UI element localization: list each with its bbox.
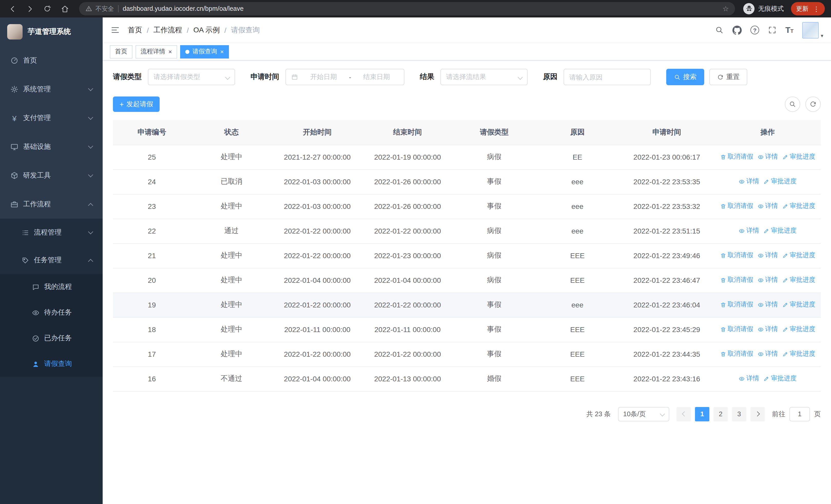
table-row: 24已取消 2022-01-03 00:00:002022-01-26 00:0… xyxy=(113,169,821,194)
chevron-down-icon xyxy=(518,75,523,80)
font-size-icon[interactable]: TT xyxy=(785,25,794,35)
reason-input[interactable] xyxy=(564,69,651,85)
sidebar-item-task-mgmt[interactable]: 任务管理 xyxy=(0,246,103,274)
leave-type-label: 请假类型 xyxy=(113,72,142,82)
approval-progress-link[interactable]: 审批进度 xyxy=(782,153,815,161)
sidebar-item-todo-tasks[interactable]: 待办任务 xyxy=(0,300,103,325)
approval-progress-link[interactable]: 审批进度 xyxy=(782,300,815,309)
calendar-icon xyxy=(291,73,298,81)
sidebar-item-infra[interactable]: 基础设施 xyxy=(0,132,103,161)
detail-link[interactable]: 详情 xyxy=(739,375,759,383)
detail-link[interactable]: 详情 xyxy=(757,325,778,334)
avatar[interactable] xyxy=(802,22,819,38)
tab-leave-query[interactable]: 请假查询 × xyxy=(180,45,229,58)
cell-actions: 取消请假详情审批进度 xyxy=(715,268,821,293)
browser-home-icon[interactable] xyxy=(58,3,71,15)
detail-link[interactable]: 详情 xyxy=(757,153,778,161)
cancel-leave-link[interactable]: 取消请假 xyxy=(720,202,753,211)
breadcrumb-oa[interactable]: OA 示例 xyxy=(194,25,220,35)
approval-progress-link[interactable]: 审批进度 xyxy=(782,276,815,285)
detail-link[interactable]: 详情 xyxy=(757,300,778,309)
leave-type-select[interactable]: 请选择请假类型 xyxy=(148,69,235,85)
approval-progress-link[interactable]: 审批进度 xyxy=(763,375,797,383)
table-row: 20处理中 2022-01-04 00:00:002022-01-04 00:0… xyxy=(113,268,821,293)
result-select[interactable]: 请选择流结果 xyxy=(440,69,528,85)
goto-page-input[interactable] xyxy=(790,407,810,421)
page-button-2[interactable]: 2 xyxy=(713,407,728,421)
tab-home[interactable]: 首页 xyxy=(110,45,133,58)
search-button[interactable]: 搜索 xyxy=(666,69,704,85)
create-leave-button[interactable]: + 发起请假 xyxy=(113,96,160,112)
trash-icon xyxy=(720,326,726,333)
detail-link[interactable]: 详情 xyxy=(739,177,759,186)
table-row: 18处理中 2022-01-11 00:00:002022-01-11 00:0… xyxy=(113,317,821,342)
cancel-leave-link[interactable]: 取消请假 xyxy=(720,300,753,309)
detail-link[interactable]: 详情 xyxy=(739,227,759,235)
chevron-down-icon xyxy=(660,411,665,416)
prev-page-button[interactable] xyxy=(677,407,691,421)
table-row: 19处理中 2022-01-22 00:00:002022-01-22 00:0… xyxy=(113,293,821,317)
help-icon[interactable]: ? xyxy=(750,26,759,34)
sidebar: 芋道管理系统 首页 系统管理 ¥ 支付管理 基础设施 xyxy=(0,18,103,504)
address-bar[interactable]: 不安全 dashboard.yudao.iocoder.cn/bpm/oa/le… xyxy=(79,2,735,16)
cell-actions: 取消请假详情审批进度 xyxy=(715,317,821,342)
page-button-1[interactable]: 1 xyxy=(695,407,709,421)
sidebar-item-done-tasks[interactable]: 已办任务 xyxy=(0,325,103,351)
plus-icon: + xyxy=(120,100,124,108)
edit-icon xyxy=(782,326,788,333)
url-text[interactable]: dashboard.yudao.iocoder.cn/bpm/oa/leave xyxy=(123,5,718,12)
breadcrumb-home[interactable]: 首页 xyxy=(128,25,142,35)
reset-button[interactable]: 重置 xyxy=(709,69,747,85)
eye-icon xyxy=(739,179,745,185)
approval-progress-link[interactable]: 审批进度 xyxy=(782,251,815,260)
close-icon[interactable]: × xyxy=(220,49,224,55)
sidebar-item-system[interactable]: 系统管理 xyxy=(0,75,103,104)
approval-progress-link[interactable]: 审批进度 xyxy=(763,177,797,186)
cancel-leave-link[interactable]: 取消请假 xyxy=(720,350,753,358)
browser-back-icon[interactable] xyxy=(6,3,19,15)
approval-progress-link[interactable]: 审批进度 xyxy=(782,350,815,358)
approval-progress-link[interactable]: 审批进度 xyxy=(782,325,815,334)
close-icon[interactable]: × xyxy=(168,49,172,55)
refresh-button[interactable] xyxy=(805,96,821,112)
apply-time-label: 申请时间 xyxy=(251,72,279,82)
sidebar-item-workflow[interactable]: 工作流程 xyxy=(0,190,103,219)
page-size-select[interactable]: 10条/页 xyxy=(618,407,669,421)
detail-link[interactable]: 详情 xyxy=(757,202,778,211)
detail-link[interactable]: 详情 xyxy=(757,276,778,285)
edit-icon xyxy=(782,351,788,357)
breadcrumb: 首页 / 工作流程 / OA 示例 / 请假查询 xyxy=(128,25,260,35)
sidebar-item-leave-query[interactable]: 请假查询 xyxy=(0,351,103,377)
hamburger-icon[interactable] xyxy=(110,25,120,35)
github-icon[interactable] xyxy=(733,25,742,35)
detail-link[interactable]: 详情 xyxy=(757,350,778,358)
security-chip[interactable]: 不安全 xyxy=(85,4,114,13)
detail-link[interactable]: 详情 xyxy=(757,251,778,260)
browser-reload-icon[interactable] xyxy=(41,3,53,15)
page-button-3[interactable]: 3 xyxy=(732,407,746,421)
approval-progress-link[interactable]: 审批进度 xyxy=(782,202,815,211)
search-icon[interactable] xyxy=(715,26,724,34)
browser-forward-icon[interactable] xyxy=(24,3,36,15)
sidebar-item-my-process[interactable]: 我的流程 xyxy=(0,274,103,300)
tab-process-detail[interactable]: 流程详情 × xyxy=(136,45,177,58)
next-page-button[interactable] xyxy=(750,407,765,421)
breadcrumb-workflow[interactable]: 工作流程 xyxy=(153,25,182,35)
approval-progress-link[interactable]: 审批进度 xyxy=(763,227,797,235)
browser-update-button[interactable]: 更新 ⋮ xyxy=(791,2,825,16)
sidebar-item-process-mgmt[interactable]: 流程管理 xyxy=(0,219,103,246)
sidebar-item-devtools[interactable]: 研发工具 xyxy=(0,161,103,190)
apply-time-range-picker[interactable]: 开始日期 - 结束日期 xyxy=(285,69,404,85)
edit-icon xyxy=(782,203,788,209)
cancel-leave-link[interactable]: 取消请假 xyxy=(720,325,753,334)
sidebar-item-home[interactable]: 首页 xyxy=(0,46,103,75)
bookmark-star-icon[interactable]: ☆ xyxy=(722,5,729,12)
fullscreen-icon[interactable] xyxy=(768,26,777,34)
cancel-leave-link[interactable]: 取消请假 xyxy=(720,251,753,260)
cancel-leave-link[interactable]: 取消请假 xyxy=(720,276,753,285)
toggle-search-button[interactable] xyxy=(785,96,800,112)
cancel-leave-link[interactable]: 取消请假 xyxy=(720,153,753,161)
browser-menu-icon[interactable]: ⋮ xyxy=(813,5,820,12)
user-menu[interactable]: ▾ xyxy=(802,22,823,38)
sidebar-item-payment[interactable]: ¥ 支付管理 xyxy=(0,104,103,132)
